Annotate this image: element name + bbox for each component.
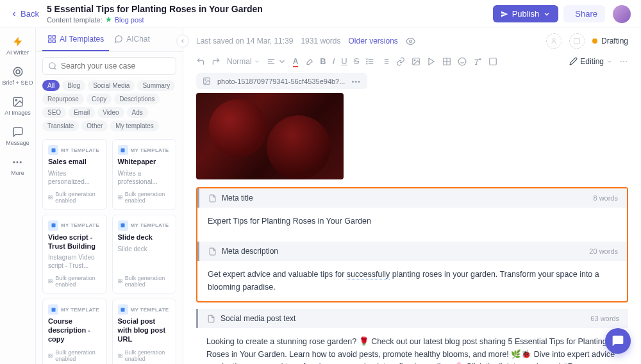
template-card[interactable]: MY TEMPLATE Social post with blog post U… [112,299,177,364]
svg-rect-34 [51,354,52,355]
rail-message[interactable]: Message [6,126,29,146]
intercom-chat-button[interactable] [605,328,631,354]
redo-button[interactable] [212,57,221,66]
image-filename-chip[interactable]: photo-1518709779341-56cf4535e94b?... ••• [196,73,367,89]
filter-chip[interactable]: SEO [42,107,66,118]
svg-point-60 [415,60,416,61]
status-chip[interactable]: Drafting [592,37,628,46]
template-card[interactable]: MY TEMPLATE Sales email Writes personali… [42,139,107,210]
svg-point-65 [459,58,467,65]
collapse-panel-button[interactable] [176,35,189,47]
strikethrough-button[interactable]: S [354,56,360,66]
content-template-link[interactable]: Blog post [115,16,144,24]
filter-chip[interactable]: Social Media [88,80,135,91]
svg-rect-38 [118,354,119,355]
filter-chip[interactable]: My templates [110,120,158,131]
word-count: 1931 words [301,37,340,46]
rail-brief-seo[interactable]: Brief + SEO [3,66,33,86]
svg-rect-41 [121,356,122,357]
template-card[interactable]: MY TEMPLATE Slide deck Slide deck Bulk g… [112,215,177,294]
link-button[interactable] [396,57,405,66]
align-button[interactable] [267,57,287,66]
older-versions-link[interactable]: Older versions [348,37,397,46]
meta-description-body[interactable]: Get expert advice and valuable tips for … [197,261,627,301]
bullet-list-button[interactable] [365,57,374,66]
svg-point-78 [205,79,206,81]
filter-chip[interactable]: Descriptions [114,94,160,104]
grid-icon [47,35,56,44]
highlighted-meta-sections: Meta title 8 words Expert Tips for Plant… [196,187,628,302]
underline-button[interactable]: U [341,56,347,66]
svg-point-7 [20,161,22,163]
undo-button[interactable] [196,57,205,66]
image-menu-button[interactable]: ••• [351,78,361,85]
paragraph-style-select[interactable]: Normal [227,57,260,66]
meta-title-header[interactable]: Meta title 8 words [197,188,627,208]
social-post-body[interactable]: Looking to create a stunning rose garden… [196,328,628,364]
filter-chip[interactable]: Translate [42,120,79,131]
tab-ai-templates[interactable]: AI Templates [42,28,109,51]
meta-description-header[interactable]: Meta description 20 words [197,242,627,261]
filter-chip[interactable]: Ads [127,107,148,118]
filter-chip[interactable]: Other [81,120,108,131]
target-icon [12,66,24,78]
chevron-left-icon [10,10,18,18]
filter-chip[interactable]: Blog [62,80,85,91]
filter-chip[interactable]: All [42,80,60,91]
tab-aichat[interactable]: AIChat [109,28,155,51]
svg-point-55 [367,63,367,63]
avatar[interactable] [613,5,631,23]
svg-point-5 [13,161,15,163]
svg-point-54 [367,61,367,62]
rail-ai-writer[interactable]: AI Writer [6,36,29,56]
publish-button[interactable]: Publish [493,5,559,22]
text-color-button[interactable]: A [293,57,299,66]
svg-rect-17 [121,148,125,152]
search-input[interactable] [42,57,176,75]
filter-chip[interactable]: Email [69,107,95,118]
svg-rect-37 [121,308,125,311]
svg-rect-22 [51,224,55,228]
chat-icon [114,35,123,44]
table-button[interactable] [442,57,451,66]
template-card[interactable]: MY TEMPLATE Course description - copy Bu… [42,299,107,364]
emoji-button[interactable] [458,57,467,66]
rail-ai-images[interactable]: AI Images [4,96,31,116]
eye-icon[interactable] [406,37,415,46]
add-collaborator-button[interactable] [546,33,562,49]
chat-icon [612,335,624,347]
svg-rect-24 [51,280,52,281]
numbered-list-button[interactable] [381,57,390,66]
filter-chip[interactable]: Copy [87,94,112,104]
add-assignee-button[interactable] [569,33,585,49]
editing-mode-select[interactable]: Editing [569,57,613,66]
template-card[interactable]: MY TEMPLATE Video script - Trust Buildin… [42,215,107,294]
meta-title-body[interactable]: Expert Tips for Planting Roses in Your G… [197,208,627,235]
template-icon [105,16,112,23]
svg-rect-31 [121,282,122,283]
highlight-button[interactable] [304,57,313,66]
svg-rect-20 [118,197,119,199]
share-button[interactable]: Share [563,5,605,22]
video-button[interactable] [427,57,436,66]
rail-more[interactable]: More [11,156,24,176]
filter-chip[interactable]: Summary [137,80,175,91]
svg-rect-32 [51,308,55,311]
clear-format-button[interactable] [473,57,482,66]
svg-rect-21 [121,197,122,199]
publish-icon [501,10,508,18]
more-toolbar-button[interactable] [619,57,628,66]
filter-chip[interactable]: Repurpose [42,94,84,104]
hero-image[interactable] [196,93,344,179]
bold-button[interactable]: B [320,56,326,66]
svg-rect-33 [49,354,50,355]
image-button[interactable] [412,57,420,66]
social-post-header[interactable]: Social media post text 63 words [196,309,628,328]
filter-chip[interactable]: Video [97,107,124,118]
italic-button[interactable]: I [333,56,335,66]
svg-rect-19 [121,195,122,197]
back-button[interactable]: Back [10,9,39,19]
svg-rect-8 [49,36,51,38]
indent-button[interactable] [488,57,497,66]
template-card[interactable]: MY TEMPLATE Whitepaper Writes a professi… [112,139,177,210]
